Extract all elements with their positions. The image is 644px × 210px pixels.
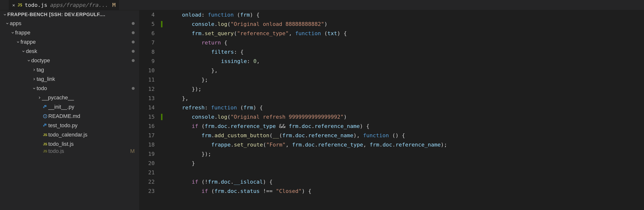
line-number: 20 <box>139 159 155 168</box>
tab-modified-badge: M <box>112 2 116 8</box>
code-line[interactable] <box>162 168 644 177</box>
chevron-down-icon <box>32 86 36 90</box>
folder-label: __pycache__ <box>42 95 74 101</box>
code-line[interactable]: if (frm.doc.status !== "Closed") { <box>162 186 644 196</box>
python-icon <box>43 105 47 109</box>
modified-dot-icon <box>132 59 135 62</box>
explorer-root-header[interactable]: FRAPPE-BENCH [SSH: DEV.ERPGULF.... <box>0 10 139 19</box>
folder-row[interactable]: apps <box>0 19 139 28</box>
code-line[interactable]: issingle: 0, <box>162 57 644 66</box>
close-icon[interactable]: × <box>12 2 15 8</box>
line-number: 19 <box>139 149 155 159</box>
code-line[interactable]: }, <box>162 94 644 103</box>
chevron-down-icon <box>2 13 7 17</box>
file-label: test_todo.py <box>48 122 78 129</box>
file-label: README.md <box>48 113 80 119</box>
python-icon <box>43 123 47 128</box>
folder-row[interactable]: desk <box>0 47 139 56</box>
folder-label: tag_link <box>36 76 55 82</box>
git-modified-badge: M <box>130 149 135 154</box>
file-row[interactable]: JStodo_list.js <box>0 139 139 149</box>
chevron-down-icon <box>16 40 20 44</box>
folder-row[interactable]: frappe <box>0 28 139 37</box>
chevron-right-icon <box>32 68 36 72</box>
code-line[interactable]: onload: function (frm) { <box>162 10 644 20</box>
git-change-marker <box>161 114 162 120</box>
svg-rect-2 <box>45 116 45 117</box>
line-number: 14 <box>139 103 155 112</box>
code-line[interactable]: if (frm.doc.reference_type && frm.doc.re… <box>162 122 644 131</box>
folder-label: frappe <box>20 39 36 45</box>
line-number: 22 <box>139 177 155 186</box>
code-line[interactable]: if (!frm.doc.__islocal) { <box>162 177 644 186</box>
folder-row[interactable]: doctype <box>0 56 139 65</box>
code-line[interactable]: return { <box>162 38 644 47</box>
svg-point-0 <box>44 105 45 106</box>
folder-row[interactable]: todo <box>0 84 139 93</box>
code-line[interactable]: }, <box>162 66 644 75</box>
code-line[interactable]: console.log("Original refresh 9999999999… <box>162 112 644 122</box>
line-number: 12 <box>139 85 155 94</box>
folder-label: apps <box>10 20 22 27</box>
file-row[interactable]: test_todo.py <box>0 121 139 130</box>
folder-label: desk <box>26 48 37 55</box>
modified-dot-icon <box>132 22 135 25</box>
file-row[interactable]: __init__.py <box>0 102 139 112</box>
chevron-down-icon <box>10 31 15 35</box>
code-line[interactable]: filters: { <box>162 47 644 57</box>
svg-rect-3 <box>45 115 45 116</box>
svg-point-4 <box>44 124 45 125</box>
folder-row[interactable]: __pycache__ <box>0 93 139 102</box>
code-line[interactable]: console.log("Original onload 88888888882… <box>162 20 644 29</box>
line-number: 9 <box>139 57 155 66</box>
file-explorer[interactable]: FRAPPE-BENCH [SSH: DEV.ERPGULF.... appsf… <box>0 10 139 210</box>
chevron-right-icon <box>32 77 36 81</box>
code-line[interactable]: frappe.set_route("Form", frm.doc.referen… <box>162 140 644 149</box>
line-number: 18 <box>139 140 155 149</box>
code-editor[interactable]: 4567891011121314151617181920212223 onloa… <box>139 10 644 210</box>
tab-bar: × JS todo.js apps/frappe/fra... M <box>0 0 644 10</box>
file-row[interactable]: README.md <box>0 112 139 121</box>
file-row[interactable]: JStodo.jsM <box>0 149 139 154</box>
file-label: todo.js <box>48 149 64 154</box>
chevron-down-icon <box>21 49 26 53</box>
line-number: 17 <box>139 131 155 140</box>
code-line[interactable]: }); <box>162 149 644 159</box>
file-row[interactable]: JStodo_calendar.js <box>0 130 139 139</box>
js-icon: JS <box>43 142 47 146</box>
tab-path: apps/frappe/fra... <box>50 2 108 8</box>
info-icon <box>43 114 47 118</box>
code-content[interactable]: onload: function (frm) {console.log("Ori… <box>162 10 644 210</box>
line-number: 7 <box>139 38 155 47</box>
line-number: 6 <box>139 29 155 38</box>
chevron-right-icon <box>37 96 42 100</box>
js-icon: JS <box>43 133 47 137</box>
line-number-gutter: 4567891011121314151617181920212223 <box>139 10 161 210</box>
code-line[interactable]: }; <box>162 75 644 85</box>
code-line[interactable]: refresh: function (frm) { <box>162 103 644 112</box>
code-line[interactable]: frm.add_custom_button(__(frm.doc.referen… <box>162 131 644 140</box>
folder-row[interactable]: frappe <box>0 37 139 47</box>
line-number: 11 <box>139 75 155 85</box>
editor-tab[interactable]: × JS todo.js apps/frappe/fra... M <box>9 0 119 10</box>
code-line[interactable]: } <box>162 159 644 168</box>
line-number: 13 <box>139 94 155 103</box>
git-change-marker <box>161 21 162 27</box>
folder-label: doctype <box>31 57 50 64</box>
line-number: 16 <box>139 122 155 131</box>
modified-dot-icon <box>132 87 135 90</box>
line-number: 8 <box>139 47 155 57</box>
line-number: 10 <box>139 66 155 75</box>
tab-filename: todo.js <box>25 2 47 8</box>
folder-row[interactable]: tag_link <box>0 75 139 84</box>
line-number: 23 <box>139 186 155 196</box>
code-line[interactable]: }); <box>162 85 644 94</box>
line-number: 4 <box>139 10 155 20</box>
file-label: todo_list.js <box>48 141 74 147</box>
folder-label: frappe <box>15 30 30 36</box>
line-number: 5 <box>139 20 155 29</box>
chevron-down-icon <box>5 22 10 25</box>
code-line[interactable]: frm.set_query("reference_type", function… <box>162 29 644 38</box>
file-label: todo_calendar.js <box>48 132 87 138</box>
folder-row[interactable]: tag <box>0 65 139 75</box>
